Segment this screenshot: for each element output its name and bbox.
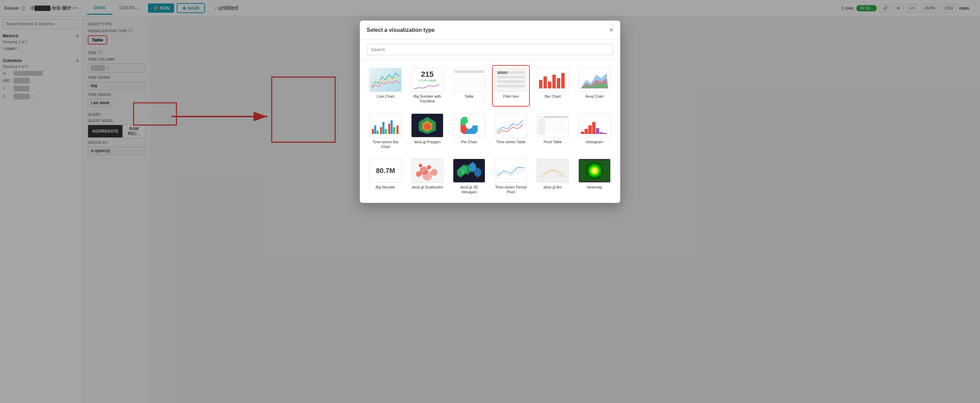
viz-item-area[interactable]: Area Chart — [576, 65, 613, 107]
viz-name-ts-table: Time-series Table — [496, 140, 526, 144]
viz-thumb-heatmap — [578, 159, 611, 183]
viz-thumb-histogram — [578, 113, 611, 137]
svg-rect-16 — [552, 75, 556, 88]
svg-rect-55 — [600, 132, 603, 134]
svg-rect-56 — [603, 133, 607, 134]
viz-name-table: Table — [465, 94, 474, 99]
viz-item-bar[interactable]: Bar Chart — [534, 65, 571, 107]
svg-point-62 — [419, 164, 422, 167]
viz-thumb-bignum: 80.7M — [369, 159, 402, 183]
svg-rect-23 — [374, 126, 376, 134]
viz-name-filterbox: Filter box — [503, 94, 519, 99]
viz-item-heatmap[interactable]: Heatmap — [576, 156, 613, 198]
svg-point-59 — [427, 165, 431, 169]
viz-item-bignum[interactable]: 80.7M Big Number — [367, 156, 404, 198]
viz-item-ts-bar[interactable]: Time-series Bar Chart — [367, 111, 404, 152]
svg-rect-52 — [589, 126, 592, 134]
viz-item-filterbox[interactable]: Filter box — [492, 65, 530, 107]
viz-thumb-area — [578, 68, 611, 92]
svg-rect-18 — [561, 73, 565, 88]
viz-item-pie[interactable]: Pie Chart — [450, 111, 488, 152]
modal-overlay[interactable]: Select a visualization type × Line Chart — [0, 0, 980, 403]
viz-thumb-pivot — [536, 113, 569, 137]
svg-rect-53 — [592, 122, 595, 134]
viz-thumb-bignum-trendline: 215 +7.0% WoW — [411, 68, 444, 92]
viz-item-bignum-trendline[interactable]: 215 +7.0% WoW Big Number with Trendline — [409, 65, 446, 107]
svg-rect-41 — [538, 116, 545, 135]
svg-rect-25 — [380, 127, 382, 134]
viz-name-histogram: Histogram — [586, 140, 603, 144]
viz-thumb-filterbox — [495, 68, 527, 92]
viz-name-heatmap: Heatmap — [587, 185, 602, 190]
viz-name-bignum: Big Number — [375, 185, 395, 190]
viz-item-histogram[interactable]: Histogram — [576, 111, 613, 152]
visualization-type-modal: Select a visualization type × Line Chart — [360, 21, 620, 203]
viz-thumb-bar — [536, 68, 569, 92]
svg-rect-24 — [377, 131, 379, 134]
viz-thumb-table — [453, 68, 485, 92]
viz-name-deck-arc: deck.gl Arc — [544, 185, 562, 190]
svg-rect-22 — [372, 129, 374, 134]
viz-thumb-deck-polygon — [411, 113, 444, 137]
viz-item-pivot[interactable]: Pivot Table — [534, 111, 571, 152]
viz-item-ts-table[interactable]: Time-series Table — [492, 111, 530, 152]
modal-title: Select a visualization type — [367, 27, 434, 33]
viz-name-bignum-trendline: Big Number with Trendline — [411, 94, 444, 104]
viz-item-deck-3d-hex[interactable]: deck.gl 3D Hexagon — [450, 156, 488, 198]
viz-name-line: Line Chart — [377, 94, 395, 99]
modal-search-area — [360, 40, 620, 60]
viz-thumb-ts-period — [495, 159, 527, 183]
viz-name-deck-polygon: deck.gl Polygon — [414, 140, 441, 144]
svg-rect-50 — [581, 132, 584, 134]
viz-name-deck-3d-hex: deck.gl 3D Hexagon — [453, 185, 485, 194]
modal-close-button[interactable]: × — [609, 26, 613, 34]
viz-thumb-deck-scatter — [411, 159, 444, 183]
viz-item-ts-period[interactable]: Time-series Period Pivot — [492, 156, 530, 198]
viz-thumb-line — [369, 68, 402, 92]
viz-item-table[interactable]: Table — [450, 65, 488, 107]
svg-rect-30 — [393, 127, 395, 134]
svg-rect-15 — [548, 81, 551, 88]
svg-rect-12 — [497, 71, 508, 74]
viz-item-line[interactable]: Line Chart — [367, 65, 404, 107]
svg-rect-17 — [557, 78, 560, 88]
viz-thumb-ts-table — [495, 113, 527, 137]
viz-thumb-deck-arc — [536, 159, 569, 183]
svg-point-69 — [586, 162, 603, 179]
viz-name-ts-bar: Time-series Bar Chart — [369, 140, 402, 150]
svg-rect-51 — [585, 129, 588, 134]
svg-point-38 — [466, 122, 473, 129]
viz-name-bar: Bar Chart — [544, 94, 561, 99]
viz-name-deck-scatter: deck.gl Scatterplot — [412, 185, 443, 190]
viz-thumb-ts-bar — [369, 113, 402, 137]
viz-name-pivot: Pivot Table — [544, 140, 562, 144]
svg-rect-31 — [396, 126, 399, 134]
viz-name-area: Area Chart — [585, 94, 603, 99]
svg-rect-29 — [391, 120, 393, 134]
svg-rect-10 — [497, 80, 525, 83]
viz-item-deck-scatter[interactable]: deck.gl Scatterplot — [409, 156, 446, 198]
svg-rect-14 — [544, 76, 547, 88]
svg-rect-0 — [454, 70, 484, 73]
svg-rect-27 — [385, 129, 387, 134]
svg-rect-9 — [497, 76, 525, 78]
viz-name-ts-period: Time-series Period Pivot — [495, 185, 527, 194]
viz-thumb-deck-3d-hex — [453, 159, 485, 183]
svg-rect-54 — [596, 128, 599, 134]
modal-header: Select a visualization type × — [360, 21, 620, 40]
viz-item-deck-arc[interactable]: deck.gl Arc — [534, 156, 571, 198]
viz-item-deck-polygon[interactable]: deck.gl Polygon — [409, 111, 446, 152]
viz-name-pie: Pie Chart — [461, 140, 477, 144]
svg-point-61 — [423, 171, 432, 181]
svg-rect-26 — [382, 122, 385, 134]
svg-rect-11 — [497, 84, 525, 88]
viz-type-grid: Line Chart 215 +7.0% WoW Big Number with… — [360, 60, 620, 203]
svg-rect-28 — [388, 124, 390, 134]
viz-thumb-pie — [453, 113, 485, 137]
svg-rect-13 — [539, 80, 542, 88]
modal-search-input[interactable] — [367, 44, 613, 55]
